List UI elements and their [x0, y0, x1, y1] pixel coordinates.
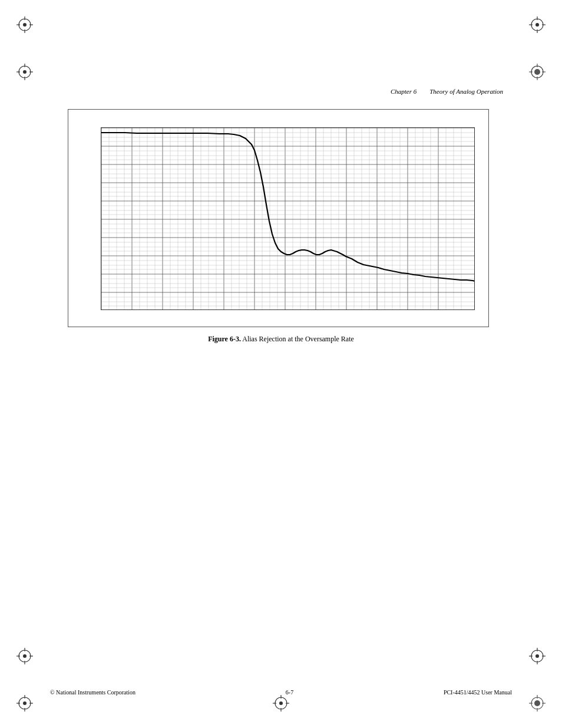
svg-point-1: [23, 23, 27, 27]
figure-caption: Figure 6-3. Alias Rejection at the Overs…: [208, 335, 354, 344]
svg-point-38: [23, 701, 27, 705]
svg-point-26: [23, 654, 27, 658]
chapter-title: Theory of Analog Operation: [429, 88, 503, 95]
reg-mark-top-right-inner: [529, 64, 546, 80]
reg-mark-bottom-center: [273, 695, 289, 711]
svg-rect-55: [101, 128, 475, 310]
svg-point-44: [534, 700, 540, 706]
chart-svg: [101, 128, 475, 310]
page-header: Chapter 6 Theory of Analog Operation: [391, 88, 503, 95]
figure-box: [68, 109, 489, 327]
svg-point-7: [535, 23, 539, 27]
svg-point-13: [23, 70, 27, 74]
reg-mark-bottom-right-inner: [529, 648, 546, 664]
svg-point-19: [534, 69, 540, 75]
reg-mark-top-left-inner: [16, 64, 33, 80]
footer-manual-title: PCI-4451/4452 User Manual: [444, 689, 512, 696]
header-spacer: [418, 88, 428, 95]
reg-mark-bottom-left-inner: [16, 648, 33, 664]
page-footer: © National Instruments Corporation 6-7 P…: [0, 689, 562, 696]
reg-mark-bottom-right-outer: [529, 695, 546, 711]
reg-mark-bottom-left-outer: [16, 695, 33, 711]
figure-caption-text: Alias Rejection at the Oversample Rate: [241, 335, 354, 343]
figure-caption-bold: Figure 6-3.: [208, 335, 241, 343]
svg-point-32: [535, 654, 539, 658]
reg-mark-top-left-outer: [16, 17, 33, 33]
footer-page-number: 6-7: [286, 689, 293, 696]
footer-copyright: © National Instruments Corporation: [50, 689, 135, 696]
chapter-label: Chapter 6: [391, 88, 416, 95]
reg-mark-top-right-outer: [529, 17, 546, 33]
svg-point-50: [279, 701, 283, 705]
chart-area: [101, 127, 475, 310]
